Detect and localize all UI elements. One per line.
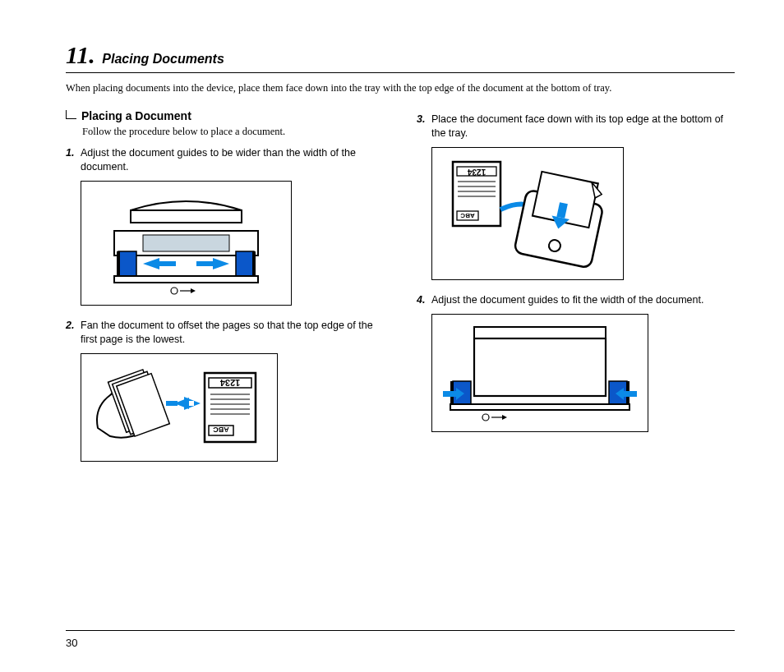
two-column-layout: Placing a Document Follow the procedure … (66, 109, 735, 475)
svg-rect-48 (450, 404, 630, 410)
figure-4 (431, 314, 648, 432)
chapter-title: Placing Documents (102, 52, 224, 66)
chapter-header: 11. Placing Documents (66, 41, 735, 73)
svg-rect-4 (117, 251, 120, 276)
intro-paragraph: When placing documents into the device, … (66, 81, 735, 94)
section-heading: Placing a Document (66, 109, 384, 122)
svg-marker-8 (143, 258, 176, 269)
figure-2: 1234 ABC (81, 353, 278, 462)
svg-text:ABC: ABC (460, 212, 475, 219)
section-heading-text: Placing a Document (81, 109, 191, 122)
svg-rect-18 (166, 401, 178, 406)
doc-label-abc: ABC (213, 426, 229, 434)
step-3: 3. Place the document face down with its… (417, 113, 735, 140)
step-2-text: Fan the document to offset the pages so … (81, 319, 384, 347)
section-subtext: Follow the procedure below to place a do… (82, 126, 384, 138)
page-number: 30 (66, 637, 77, 649)
step-1-text: Adjust the document guides to be wider t… (81, 146, 384, 174)
step-1: 1. Adjust the document guides to be wide… (66, 146, 384, 174)
figure-3: 1234 ABC (431, 147, 624, 280)
svg-rect-2 (143, 235, 229, 251)
svg-rect-0 (131, 210, 242, 223)
svg-rect-51 (624, 391, 637, 397)
svg-rect-7 (114, 276, 258, 283)
step-2-number: 2. (66, 319, 81, 333)
svg-rect-5 (236, 251, 254, 276)
svg-marker-12 (191, 288, 196, 293)
svg-marker-55 (502, 415, 507, 420)
svg-marker-9 (196, 258, 229, 269)
right-column: 3. Place the document face down with its… (417, 109, 735, 475)
svg-rect-6 (252, 251, 256, 276)
step-3-number: 3. (417, 113, 431, 127)
left-column: Placing a Document Follow the procedure … (66, 109, 384, 475)
step-2: 2. Fan the document to offset the pages … (66, 319, 384, 347)
svg-rect-42 (474, 327, 606, 338)
svg-point-10 (171, 288, 178, 294)
svg-rect-49 (443, 391, 456, 397)
footer-rule (66, 630, 735, 631)
step-4-number: 4. (417, 293, 431, 307)
svg-rect-43 (474, 338, 606, 396)
step-4: 4. Adjust the document guides to fit the… (417, 293, 735, 307)
step-1-number: 1. (66, 146, 81, 160)
step-3-text: Place the document face down with its to… (431, 113, 735, 140)
chapter-number: 11. (66, 41, 95, 68)
section-bullet-icon (66, 110, 76, 119)
svg-rect-3 (118, 251, 136, 276)
step-4-text: Adjust the document guides to fit the wi… (431, 293, 735, 307)
manual-page: 11. Placing Documents When placing docum… (0, 0, 784, 672)
svg-text:1234: 1234 (467, 168, 486, 177)
doc-label-1234: 1234 (219, 378, 240, 388)
svg-point-53 (482, 414, 489, 421)
figure-1 (81, 181, 292, 306)
